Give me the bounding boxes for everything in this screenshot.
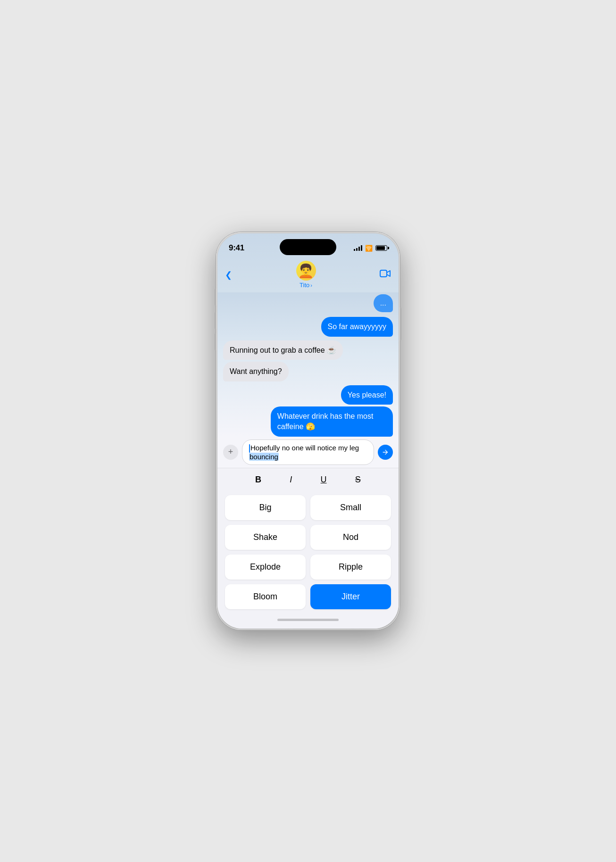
contact-name: Tito ›: [300, 282, 312, 289]
effect-small-button[interactable]: Small: [310, 495, 391, 520]
video-call-button[interactable]: [380, 269, 391, 281]
nav-header: ❮ 🧑‍🦱 Tito ›: [217, 259, 399, 292]
italic-button[interactable]: I: [286, 473, 296, 487]
input-area: + Hopefully no one will notice my leg bo…: [217, 437, 399, 468]
message-bubble-incoming: Running out to grab a coffee ☕: [223, 340, 343, 360]
message-bubble-outgoing: So far awayyyyyy: [321, 317, 393, 337]
effects-grid: Big Small Shake Nod Explode Ripple: [217, 491, 399, 615]
message-text: Want anything?: [230, 367, 282, 375]
signal-icon: [354, 245, 362, 251]
bold-button[interactable]: B: [251, 473, 265, 487]
effect-explode-button[interactable]: Explode: [225, 555, 306, 580]
input-text-before: Hopefully no one will notice my leg boun…: [249, 444, 367, 461]
message-bubble-outgoing: Yes please!: [341, 385, 393, 405]
format-toolbar: B I U S: [217, 468, 399, 491]
truncated-message: ...: [374, 294, 393, 312]
message-row: So far awayyyyyy: [217, 317, 399, 337]
message-bubble-outgoing: Whatever drink has the most caffeine 🫣: [271, 406, 393, 436]
message-row: Running out to grab a coffee ☕: [217, 340, 399, 360]
dynamic-island: [280, 239, 336, 255]
contact-info[interactable]: 🧑‍🦱 Tito ›: [296, 261, 316, 289]
avatar: 🧑‍🦱: [296, 261, 316, 281]
svg-rect-0: [380, 270, 387, 277]
status-time: 9:41: [229, 243, 244, 253]
message-input[interactable]: Hopefully no one will notice my leg boun…: [242, 439, 374, 465]
message-row: Whatever drink has the most caffeine 🫣: [217, 406, 399, 436]
chevron-right-icon: ›: [310, 282, 312, 288]
messages-area: ... So far awayyyyyy Running out to grab…: [217, 292, 399, 437]
effect-bloom-button[interactable]: Bloom: [225, 584, 306, 609]
message-text: Yes please!: [348, 391, 386, 399]
strikethrough-button[interactable]: S: [351, 473, 365, 487]
home-indicator-bar: [277, 619, 339, 621]
plus-icon: +: [228, 447, 233, 457]
home-indicator-area: [217, 615, 399, 629]
effect-shake-button[interactable]: Shake: [225, 525, 306, 550]
input-text-highlight: bouncing: [249, 453, 279, 461]
effect-jitter-button[interactable]: Jitter: [310, 584, 391, 609]
back-button[interactable]: ❮: [225, 270, 232, 280]
send-button[interactable]: [378, 445, 393, 460]
effect-big-button[interactable]: Big: [225, 495, 306, 520]
add-attachment-button[interactable]: +: [223, 445, 238, 460]
wifi-icon: 🛜: [365, 245, 373, 252]
message-row: Yes please!: [217, 385, 399, 405]
status-icons: 🛜: [354, 245, 387, 252]
message-bubble-incoming: Want anything?: [223, 362, 289, 381]
underline-button[interactable]: U: [317, 473, 331, 487]
message-row: Want anything?: [217, 362, 399, 381]
effect-nod-button[interactable]: Nod: [310, 525, 391, 550]
chevron-left-icon: ❮: [225, 270, 232, 280]
message-text: Whatever drink has the most caffeine 🫣: [277, 412, 374, 431]
battery-icon: [375, 245, 387, 251]
effect-ripple-button[interactable]: Ripple: [310, 555, 391, 580]
phone-frame: 9:41 🛜 ❮ 🧑‍🦱: [216, 232, 400, 630]
message-text: So far awayyyyyy: [328, 323, 386, 331]
phone-screen: 9:41 🛜 ❮ 🧑‍🦱: [217, 233, 399, 629]
message-text: Running out to grab a coffee ☕: [230, 346, 336, 354]
